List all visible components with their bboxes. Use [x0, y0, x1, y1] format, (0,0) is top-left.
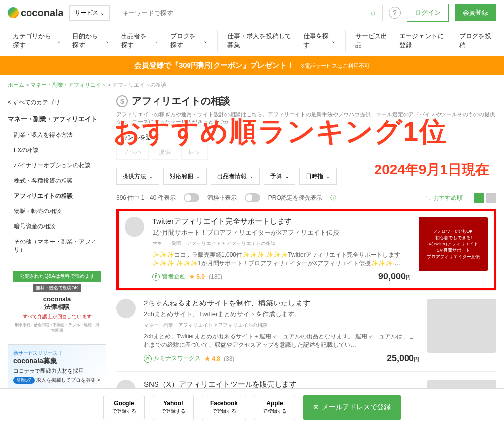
reviews: (130)	[209, 274, 222, 280]
sort-dropdown[interactable]: ↑↓ おすすめ順	[425, 194, 463, 202]
listing-desc: ✨✨✨ココナラ販売実績1,000件✨✨✨ ✨✨✨Twitterアフィリエイト完全…	[152, 251, 411, 268]
search-button[interactable]: ⌕	[363, 5, 382, 21]
login-button[interactable]: ログイン	[407, 4, 449, 22]
breadcrumb-home[interactable]: ホーム	[8, 82, 24, 88]
nav-category[interactable]: カテゴリから探す	[8, 26, 65, 56]
nav-seller[interactable]: 出品者を探す	[116, 26, 163, 56]
nav-job-post[interactable]: 仕事・求人を投稿して募集	[222, 26, 297, 56]
sidebar-sub-4[interactable]: アフィリエイトの相談	[8, 188, 106, 204]
breadcrumb-current: アフィリエイトの相談	[112, 82, 166, 88]
filter-出品者情報[interactable]: 出品者情報	[211, 168, 260, 185]
help-icon[interactable]: ?	[389, 7, 401, 19]
listing-breadcrumb: マネー・副業・アフィリエイト > アフィリエイトの相談	[144, 322, 419, 329]
seller-link[interactable]: P賢者企画	[152, 273, 186, 281]
genre-tag[interactable]: 提供	[152, 145, 178, 160]
filter-対応範囲[interactable]: 対応範囲	[163, 168, 207, 185]
sidebar-sub-7[interactable]: その他（マネー・副業・アフィリ）	[8, 234, 106, 258]
seller-badge-icon: P	[144, 355, 152, 363]
sidebar-legal-widget[interactable]: 公開されたQ&Aは無料で読めます 無料・匿名で投稿OK coconala 法律相…	[8, 266, 106, 338]
widget-tags: 刑事事件 / 借金問題 / 不動産トラブル / 離婚・男女問題	[13, 322, 101, 333]
reviews: (33)	[224, 355, 234, 362]
listing-thumbnail[interactable]	[427, 299, 496, 353]
social-google[interactable]: Googleで登録する	[103, 395, 145, 420]
social-yahoo![interactable]: Yahoo!で登録する	[153, 395, 194, 420]
seller-link[interactable]: Pルミナスワークス	[144, 354, 201, 363]
listing-title: 2ちゃんねるまとめサイトを制作、構築いたします	[144, 299, 419, 308]
service-dropdown[interactable]: サービス	[69, 5, 110, 21]
toggle-info-icon[interactable]: ⓘ	[330, 194, 336, 202]
widget2-tag: 新サービスリリース！	[13, 350, 101, 357]
result-bar: 396 件中 1 - 40 件表示 満枠非表示 PRO認定を優先表示 ⓘ ↑↓ …	[116, 193, 496, 203]
nav-service-listing[interactable]: サービス出品	[350, 26, 392, 56]
price: 90,000円	[378, 272, 411, 282]
main-content: $ アフィリエイトの相談 アフィリエイトの稼ぎ方や運用・サイト設計の相談はこちら…	[116, 94, 496, 426]
sidebar-recruit-widget[interactable]: 新サービスリリース！ coconala募集 ココナラで即戦力人材を採用 簡単5分…	[8, 344, 106, 389]
toggle-pro-label: PRO認定を優先表示	[268, 194, 322, 202]
main-nav: カテゴリから探す 目的から探す 出品者を探す ブログを探す 仕事・求人を投稿して…	[0, 26, 504, 56]
header: coconala サービス ⌕ ? ログイン 会員登録	[0, 0, 504, 26]
filter-予算[interactable]: 予算	[264, 168, 295, 185]
listing-subtitle: 2chまとめサイト、Twitterまとめサイトを作成します。	[144, 310, 419, 319]
nav-job-search[interactable]: 仕事を探す	[298, 26, 340, 56]
listing-desc: 2chまとめ、Twitterまとめが出来るサイト＋運用マニュアルの出品となります…	[144, 333, 419, 349]
widget-banner: 公開されたQ&Aは無料で読めます	[13, 271, 101, 282]
sidebar-sub-3[interactable]: 株式・各種投資の相談	[8, 173, 106, 188]
sidebar-sub-5[interactable]: 物販・転売の相談	[8, 204, 106, 219]
filter-日時指[interactable]: 日時指	[299, 168, 337, 185]
sidebar-sub-0[interactable]: 副業・収入を得る方法	[8, 127, 106, 143]
filters: 提供方法対応範囲出品者情報予算日時指	[116, 168, 496, 185]
listing-breadcrumb: マネー・副業・アフィリエイト > アフィリエイトの相談	[152, 240, 411, 247]
promo-banner[interactable]: 会員登録で『300円割引クーポン』プレゼント！ ※電話サービスはご利用不可	[0, 56, 504, 75]
widget-title: coconala 法律相談	[13, 295, 101, 311]
toggle-full[interactable]	[184, 193, 199, 202]
nav-agent[interactable]: エージェントに登録	[394, 26, 452, 56]
page-desc: アフィリエイトの稼ぎ方や運用・サイト設計の相談はこちら。アフィリエイトの最新手法…	[116, 111, 496, 125]
toggle-full-label: 満枠非表示	[207, 194, 237, 202]
price: 25,000円	[387, 353, 419, 364]
widget2-cta: 求人を掲載してプロを募集	[36, 377, 95, 383]
genre-tags: ノウハ提供レッ	[116, 145, 496, 160]
sidebar: < すべてのカテゴリ マネー・副業・アフィリエイト 副業・収入を得る方法FXの相…	[8, 94, 106, 426]
social-apple[interactable]: Appleで登録する	[254, 395, 295, 420]
listing-title: Twitterアフィリエイト完全サポートします	[152, 217, 411, 226]
seller-badge-icon: P	[152, 273, 160, 281]
avatar[interactable]	[116, 299, 136, 318]
widget2-badge: 簡単5分	[13, 377, 35, 384]
genre-tag[interactable]: レッ	[181, 145, 208, 160]
sidebar-back[interactable]: < すべてのカテゴリ	[8, 94, 106, 111]
search-box: ⌕	[116, 5, 383, 21]
signup-button[interactable]: 会員登録	[455, 4, 496, 21]
sidebar-sub-6[interactable]: 暗号資産の相談	[8, 219, 106, 234]
toggle-pro[interactable]	[245, 193, 260, 202]
breadcrumb-cat[interactable]: マネー・副業・アフィリエイト	[31, 82, 106, 88]
rating: ★ 5.0	[189, 274, 205, 280]
logo-text: coconala	[21, 7, 63, 19]
sidebar-sub-2[interactable]: バイナリーオプションの相談	[8, 158, 106, 173]
logo[interactable]: coconala	[8, 7, 63, 19]
search-input[interactable]	[116, 5, 363, 21]
logo-icon	[8, 7, 19, 18]
listing[interactable]: Twitterアフィリエイト完全サポートします 1か月間サポート！プロアフィリエ…	[116, 209, 496, 290]
view-grid-icon[interactable]	[486, 193, 496, 203]
sidebar-category[interactable]: マネー・副業・アフィリエイト	[8, 111, 106, 127]
genre-tag[interactable]: ノウハ	[116, 145, 149, 160]
promo-text: 会員登録で『300円割引クーポン』プレゼント！	[134, 61, 294, 69]
result-count: 396 件中 1 - 40 件表示	[116, 194, 176, 202]
promo-sub: ※電話サービスはご利用不可	[300, 63, 370, 69]
sidebar-sub-1[interactable]: FXの相談	[8, 143, 106, 158]
signup-bar: Googleで登録するYahoo!で登録するFacebookで登録するApple…	[0, 388, 504, 426]
email-signup-button[interactable]: ✉ メールアドレスで登録	[303, 395, 401, 420]
social-facebook[interactable]: Facebookで登録する	[202, 395, 246, 420]
listing[interactable]: 2ちゃんねるまとめサイトを制作、構築いたします 2chまとめサイト、Twitte…	[116, 290, 496, 371]
nav-blog-post[interactable]: ブログを投稿	[454, 26, 496, 56]
genre-label: ジャンルを選択	[116, 133, 496, 142]
widget-sub: 無料・匿名で投稿OK	[33, 284, 81, 292]
breadcrumb: ホーム > マネー・副業・アフィリエイト > アフィリエイトの相談	[0, 75, 504, 94]
avatar[interactable]	[125, 217, 144, 237]
nav-purpose[interactable]: 目的から探す	[67, 26, 114, 56]
nav-blog[interactable]: ブログを探す	[165, 26, 212, 56]
listing-thumbnail[interactable]: フォロワー0でもOK!初心者でもできる!X(Twitter)アフィリエイト1か月…	[419, 217, 488, 271]
view-list-icon[interactable]	[474, 193, 484, 203]
filter-提供方法[interactable]: 提供方法	[116, 168, 159, 185]
widget-desc: すべて弁護士が回答しています	[13, 313, 101, 320]
